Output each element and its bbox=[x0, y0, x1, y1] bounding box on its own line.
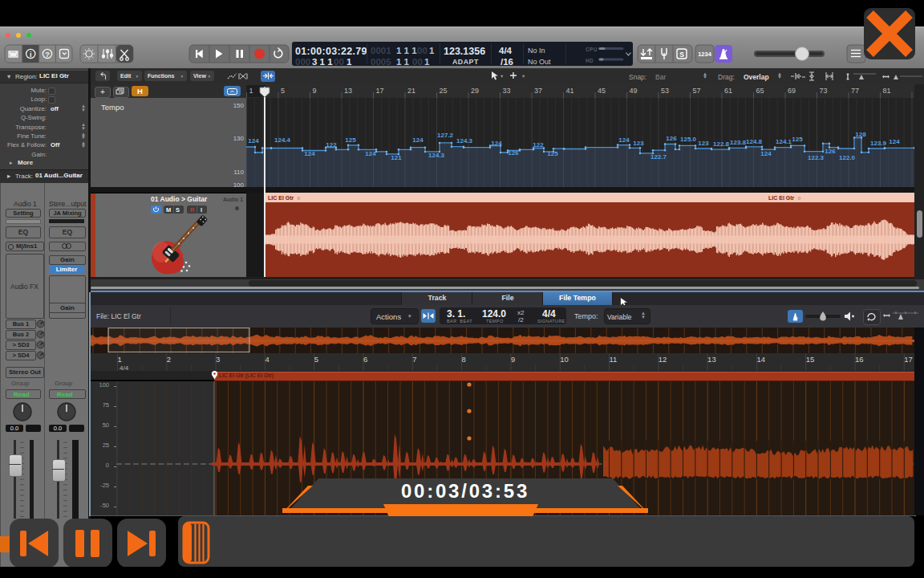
svg-text:124: 124 bbox=[304, 150, 315, 157]
svg-text:10: 10 bbox=[560, 355, 569, 364]
svg-text:49: 49 bbox=[630, 87, 638, 95]
svg-text:124.8: 124.8 bbox=[746, 138, 763, 145]
svg-text:9: 9 bbox=[511, 355, 515, 364]
svg-text:17: 17 bbox=[376, 87, 384, 95]
svg-text:126: 126 bbox=[666, 135, 677, 142]
svg-text:29: 29 bbox=[471, 87, 479, 95]
svg-text:125.0: 125.0 bbox=[680, 136, 697, 143]
svg-text:4/4: 4/4 bbox=[120, 364, 129, 372]
svg-text:1: 1 bbox=[249, 87, 253, 95]
svg-text:13: 13 bbox=[344, 87, 352, 95]
svg-text:53: 53 bbox=[661, 87, 669, 95]
svg-text:5: 5 bbox=[314, 355, 318, 364]
svg-text:7: 7 bbox=[412, 355, 416, 364]
svg-text:125: 125 bbox=[547, 150, 558, 157]
svg-text:4: 4 bbox=[265, 355, 269, 364]
svg-text:13: 13 bbox=[707, 355, 716, 364]
svg-text:125: 125 bbox=[792, 136, 803, 143]
svg-text:122.3: 122.3 bbox=[808, 154, 825, 161]
svg-text:14: 14 bbox=[756, 355, 765, 364]
svg-text:2: 2 bbox=[167, 355, 171, 364]
svg-text:17: 17 bbox=[904, 355, 913, 364]
svg-text:124.1: 124.1 bbox=[776, 138, 792, 145]
svg-text:124: 124 bbox=[760, 150, 772, 157]
svg-text:125: 125 bbox=[345, 136, 356, 144]
svg-text:123: 123 bbox=[698, 140, 709, 147]
svg-text:128: 128 bbox=[855, 131, 866, 138]
svg-text:5: 5 bbox=[281, 87, 285, 95]
svg-text:122.0: 122.0 bbox=[839, 154, 856, 161]
svg-text:6: 6 bbox=[363, 355, 367, 364]
svg-text:25: 25 bbox=[440, 87, 448, 95]
svg-text:124.4: 124.4 bbox=[274, 136, 291, 144]
svg-text:124: 124 bbox=[248, 137, 259, 144]
svg-text:▾: ▾ bbox=[500, 73, 504, 79]
svg-text:81: 81 bbox=[883, 87, 891, 95]
svg-text:16: 16 bbox=[855, 355, 864, 364]
svg-text:127.2: 127.2 bbox=[437, 132, 454, 139]
svg-text:121: 121 bbox=[391, 154, 402, 161]
svg-text:61: 61 bbox=[724, 87, 732, 95]
svg-text:124: 124 bbox=[365, 150, 376, 157]
svg-text:1234: 1234 bbox=[698, 51, 712, 58]
svg-text:123: 123 bbox=[633, 140, 644, 147]
svg-text:69: 69 bbox=[788, 87, 796, 95]
svg-text:124: 124 bbox=[412, 136, 424, 144]
svg-text:8: 8 bbox=[462, 355, 466, 364]
svg-text:▾: ▾ bbox=[522, 73, 525, 79]
svg-text:77: 77 bbox=[851, 87, 859, 95]
svg-text:65: 65 bbox=[756, 87, 764, 95]
svg-text:1: 1 bbox=[118, 355, 122, 364]
svg-text:124: 124 bbox=[491, 140, 502, 147]
svg-text:41: 41 bbox=[566, 87, 574, 95]
svg-text:122: 122 bbox=[326, 141, 337, 149]
svg-text:11: 11 bbox=[610, 355, 618, 364]
svg-text:37: 37 bbox=[534, 87, 542, 95]
svg-text:57: 57 bbox=[693, 87, 701, 95]
svg-text:3: 3 bbox=[216, 355, 220, 364]
svg-text:21: 21 bbox=[407, 87, 415, 95]
svg-text:i: i bbox=[30, 51, 32, 59]
svg-text:?: ? bbox=[45, 51, 50, 59]
svg-text:124: 124 bbox=[889, 138, 900, 145]
svg-text:122: 122 bbox=[533, 141, 544, 149]
svg-text:124.3: 124.3 bbox=[456, 137, 473, 144]
svg-text:73: 73 bbox=[820, 87, 828, 95]
svg-text:9: 9 bbox=[313, 87, 317, 95]
svg-text:33: 33 bbox=[503, 87, 511, 95]
svg-text:126: 126 bbox=[825, 148, 836, 155]
svg-text:124.3: 124.3 bbox=[428, 152, 445, 159]
svg-text:123.8: 123.8 bbox=[730, 139, 747, 146]
svg-text:122.8: 122.8 bbox=[713, 140, 730, 148]
svg-text:122.7: 122.7 bbox=[650, 153, 667, 161]
svg-text:126: 126 bbox=[508, 149, 519, 157]
svg-text:12: 12 bbox=[659, 355, 667, 364]
svg-text:123.9: 123.9 bbox=[870, 140, 887, 147]
svg-text:S: S bbox=[679, 51, 684, 59]
svg-text:124: 124 bbox=[618, 136, 630, 144]
svg-text:45: 45 bbox=[598, 87, 606, 95]
svg-text:15: 15 bbox=[806, 355, 815, 364]
